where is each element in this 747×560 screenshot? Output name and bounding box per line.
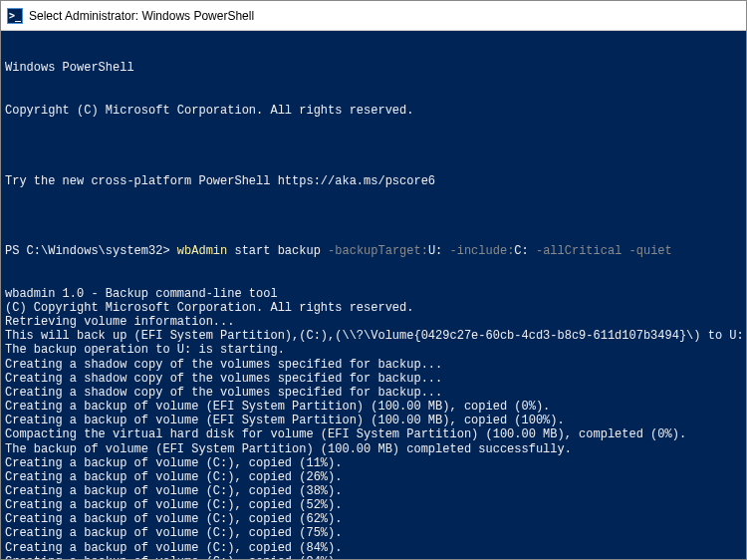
output-lines: wbadmin 1.0 - Backup command-line tool(C… [5,287,742,559]
banner-line: Windows PowerShell [5,61,742,75]
titlebar[interactable]: >_ Select Administrator: Windows PowerSh… [1,1,746,31]
command-flag: -allCritical -quiet [536,244,672,258]
prompt-prefix: PS C:\Windows\system32> [5,244,177,258]
output-line: wbadmin 1.0 - Backup command-line tool [5,287,742,301]
banner-line: Copyright (C) Microsoft Corporation. All… [5,104,742,118]
output-line: The backup operation to U: is starting. [5,343,742,357]
output-line: Creating a backup of volume (C:), copied… [5,555,742,559]
output-line: Creating a backup of volume (EFI System … [5,400,742,414]
output-line: Creating a shadow copy of the volumes sp… [5,358,742,372]
output-line: Creating a backup of volume (C:), copied… [5,484,742,498]
output-line: (C) Copyright Microsoft Corporation. All… [5,301,742,315]
output-line: The backup of volume (EFI System Partiti… [5,442,742,456]
command-args: start backup [227,244,328,258]
output-line: Creating a backup of volume (EFI System … [5,414,742,427]
output-line: This will back up (EFI System Partition)… [5,329,742,343]
window-title: Select Administrator: Windows PowerShell [29,9,254,23]
terminal-body[interactable]: Windows PowerShell Copyright (C) Microso… [1,31,746,559]
output-line: Creating a backup of volume (C:), copied… [5,498,742,512]
output-line: Creating a backup of volume (C:), copied… [5,512,742,526]
command-flag-value: C: [514,244,536,258]
output-line: Creating a backup of volume (C:), copied… [5,541,742,555]
command-flag-value: U: [428,244,450,258]
output-line: Creating a shadow copy of the volumes sp… [5,386,742,400]
output-line: Creating a backup of volume (C:), copied… [5,456,742,470]
output-line: Creating a shadow copy of the volumes sp… [5,372,742,386]
output-line: Creating a backup of volume (C:), copied… [5,470,742,484]
powershell-icon: >_ [7,8,23,24]
prompt-line: PS C:\Windows\system32> wbAdmin start ba… [5,244,742,258]
command-name: wbAdmin [177,244,227,258]
output-line: Compacting the virtual hard disk for vol… [5,427,742,441]
try-pscore-line: Try the new cross-platform PowerShell ht… [5,174,742,188]
output-line: Creating a backup of volume (C:), copied… [5,526,742,540]
powershell-window: >_ Select Administrator: Windows PowerSh… [0,0,747,560]
command-flag: -include: [450,244,515,258]
command-flag: -backupTarget: [328,244,428,258]
output-line: Retrieving volume information... [5,315,742,329]
